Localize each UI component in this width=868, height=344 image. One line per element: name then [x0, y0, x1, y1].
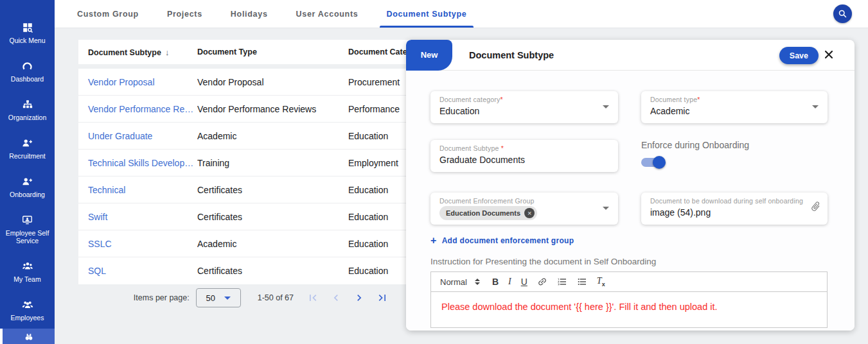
- previous-page-icon[interactable]: [330, 291, 342, 304]
- sidebar-item-active-bottom[interactable]: [0, 329, 55, 344]
- binoculars-icon: [23, 332, 35, 344]
- row-cell-category: Education: [348, 266, 412, 276]
- format-value: Normal: [440, 277, 467, 287]
- sidebar-item-onboarding[interactable]: Onboarding: [0, 176, 55, 198]
- table-row: Swift Certificates Education: [78, 203, 412, 230]
- field-value: Graduate Documents: [439, 155, 609, 165]
- enforcement-group-chip: Education Documents ×: [439, 206, 537, 220]
- required-mark: *: [697, 96, 700, 103]
- document-type-select[interactable]: Document type* Academic: [641, 91, 828, 123]
- row-cell-category: Employment: [348, 158, 412, 168]
- app-window: Quick Menu Dashboard Organization Recrui…: [0, 0, 868, 344]
- editor-text: Please download the document '{{ here }}…: [441, 302, 718, 312]
- enforce-onboarding-toggle[interactable]: [641, 158, 664, 167]
- column-header-document-type[interactable]: Document Type: [197, 47, 348, 56]
- editor-content[interactable]: Please download the document '{{ here }}…: [430, 292, 828, 328]
- required-mark: *: [500, 96, 502, 103]
- row-link-subtype[interactable]: Under Graduate: [78, 131, 197, 141]
- items-per-page-select[interactable]: 50: [196, 288, 241, 307]
- pagination-range: 1-50 of 67: [258, 293, 294, 302]
- organization-icon: [22, 99, 33, 110]
- row-link-subtype[interactable]: Technical Skills Developm...: [78, 158, 197, 168]
- items-per-page-label: Items per page:: [134, 293, 190, 302]
- sort-desc-icon[interactable]: ↓: [165, 47, 170, 57]
- clear-format-button[interactable]: Tx: [597, 277, 605, 288]
- add-enforcement-group-link[interactable]: + Add document enforcement group: [430, 235, 828, 246]
- document-subtype-input[interactable]: Document Subtype * Graduate Documents: [430, 140, 618, 172]
- sidebar-item-quick-menu[interactable]: Quick Menu: [0, 22, 55, 44]
- chip-remove-icon[interactable]: ×: [524, 208, 535, 218]
- updown-arrows-icon: [475, 279, 480, 285]
- bullet-list-button[interactable]: [577, 277, 587, 287]
- sidebar-item-dashboard[interactable]: Dashboard: [0, 60, 55, 83]
- tab-user-accounts[interactable]: User Accounts: [290, 0, 365, 28]
- row-link-subtype[interactable]: SQL: [78, 266, 197, 276]
- row-link-subtype[interactable]: Technical: [78, 185, 197, 195]
- italic-button[interactable]: I: [508, 277, 511, 286]
- field-label: Document category*: [439, 96, 609, 103]
- toggle-label: Enforce during Onboarding: [641, 140, 828, 150]
- next-page-icon[interactable]: [353, 291, 366, 304]
- row-cell-type: Vendor Performance Reviews: [197, 104, 348, 114]
- table-body: Vendor Proposal Vendor Proposal Procurem…: [78, 69, 412, 284]
- field-label: Document Enforcement Group: [439, 197, 609, 205]
- chevron-down-icon: [603, 207, 609, 210]
- field-label: Document to be download during self onbo…: [650, 197, 819, 205]
- add-link-label: Add document enforcement group: [442, 236, 574, 245]
- save-button[interactable]: Save: [779, 47, 819, 64]
- required-mark: *: [501, 144, 504, 152]
- sidebar: Quick Menu Dashboard Organization Recrui…: [0, 0, 55, 344]
- underline-button[interactable]: U: [521, 277, 527, 286]
- tab-holidays[interactable]: Holidays: [224, 0, 274, 28]
- last-page-icon[interactable]: [376, 291, 389, 304]
- sidebar-item-employees[interactable]: Employees: [0, 299, 55, 322]
- row-cell-type: Certificates: [197, 185, 348, 195]
- tab-projects[interactable]: Projects: [161, 0, 209, 28]
- row-cell-category: Education: [348, 212, 412, 222]
- document-enforcement-group-select[interactable]: Document Enforcement Group Education Doc…: [430, 193, 618, 225]
- table-row: SQL Certificates Education: [78, 257, 412, 284]
- field-value: Academic: [650, 106, 819, 116]
- row-cell-category: Education: [348, 131, 412, 141]
- table-row: SSLC Academic Education: [78, 230, 412, 257]
- ordered-list-button[interactable]: [557, 277, 567, 287]
- new-badge[interactable]: New: [406, 40, 452, 71]
- sidebar-item-label: Quick Menu: [9, 37, 45, 44]
- items-per-page-value: 50: [206, 293, 215, 303]
- row-link-subtype[interactable]: Vendor Performance Revi...: [78, 104, 197, 114]
- field-label: Document type*: [650, 96, 819, 103]
- sidebar-item-label: My Team: [13, 275, 40, 283]
- format-select[interactable]: Normal: [440, 277, 480, 287]
- column-header-document-subtype[interactable]: Document Subtype↓: [78, 47, 197, 57]
- column-header-document-category[interactable]: Document Category: [348, 47, 412, 56]
- row-link-subtype[interactable]: Swift: [78, 212, 197, 222]
- chevron-down-icon: [603, 105, 609, 108]
- employees-icon: [21, 299, 34, 311]
- table-row: Under Graduate Academic Education: [78, 123, 412, 150]
- sidebar-item-recruitment[interactable]: Recruitment: [0, 137, 55, 160]
- panel-title: Document Subtype: [469, 50, 554, 60]
- first-page-icon[interactable]: [306, 291, 319, 304]
- document-category-select[interactable]: Document category* Education: [430, 91, 618, 123]
- close-icon[interactable]: [822, 48, 835, 61]
- sidebar-item-employee-self-service[interactable]: Employee Self Service: [0, 214, 55, 245]
- tab-custom-group[interactable]: Custom Group: [71, 0, 145, 28]
- tab-document-subtype[interactable]: Document Subtype: [380, 0, 473, 28]
- sidebar-item-label: Onboarding: [10, 191, 45, 198]
- row-link-subtype[interactable]: Vendor Proposal: [78, 77, 197, 87]
- link-button[interactable]: [537, 277, 547, 287]
- my-team-icon: [21, 261, 34, 272]
- bold-button[interactable]: B: [492, 277, 499, 286]
- download-document-field[interactable]: Document to be download during self onbo…: [641, 193, 828, 225]
- sidebar-item-my-team[interactable]: My Team: [0, 261, 55, 283]
- rich-text-editor: Normal B I U Tx: [430, 271, 828, 328]
- document-subtype-form-panel: New Document Subtype Save Document categ…: [406, 40, 855, 331]
- row-cell-type: Certificates: [197, 266, 348, 276]
- chevron-down-icon: [224, 297, 231, 300]
- quick-menu-icon: [22, 22, 33, 33]
- attachment-icon[interactable]: [810, 201, 821, 212]
- row-link-subtype[interactable]: SSLC: [78, 239, 197, 249]
- sidebar-item-organization[interactable]: Organization: [0, 99, 55, 121]
- search-button[interactable]: [833, 4, 852, 23]
- row-cell-type: Certificates: [197, 212, 348, 222]
